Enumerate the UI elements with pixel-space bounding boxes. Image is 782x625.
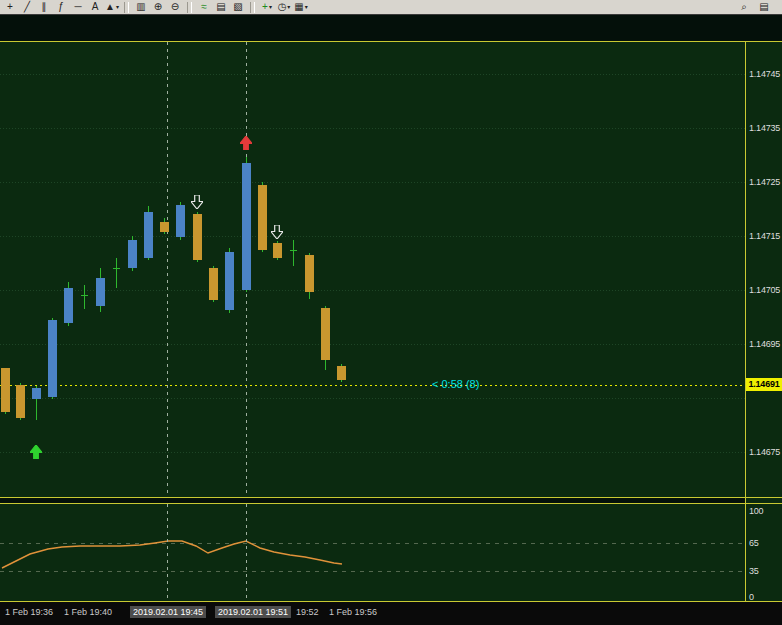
doji-tick — [113, 268, 120, 269]
current-price-line — [0, 385, 745, 386]
price-gridline — [0, 74, 745, 75]
time-label: 19:52 — [296, 607, 319, 617]
white-down-arrow-1-icon — [191, 195, 203, 209]
price-label: 1.14715 — [749, 231, 780, 241]
candle-body — [144, 212, 153, 258]
toolbar-separator — [250, 2, 255, 13]
timer-icon[interactable]: ◷▾ — [276, 1, 292, 14]
toolbar-separator — [187, 2, 192, 13]
zoom-in-icon[interactable]: ⊕ — [150, 1, 166, 14]
price-label: 1.14735 — [749, 123, 780, 133]
channel-icon[interactable]: ∥ — [36, 1, 52, 14]
chart-canvas[interactable]: < 0:58 (8) — [0, 42, 745, 497]
chevron-down-icon: ▾ — [269, 4, 272, 10]
candle-body — [160, 222, 169, 232]
time-label: 1 Feb 19:36 — [5, 607, 53, 617]
trading-terminal-window: +╱∥ƒ─A▲▾▥⊕⊖≈▤▧+▾◷▾▦▾ ⌕▤ < 0:58 (8) 1.146… — [0, 0, 782, 625]
price-gridline — [0, 398, 745, 399]
chevron-down-icon: ▾ — [287, 4, 290, 10]
zoom-out-icon[interactable]: ⊖ — [167, 1, 183, 14]
toolbar-separator — [124, 2, 129, 13]
candle-body — [96, 278, 105, 306]
candle-body — [64, 288, 73, 323]
indicator-scale-label: 100 — [749, 506, 763, 516]
search-icon[interactable]: ⌕ — [736, 1, 752, 14]
doji-tick — [290, 250, 297, 251]
price-axis[interactable]: 1.14691 1.147451.147351.147251.147151.14… — [746, 41, 782, 602]
candle-wick — [116, 258, 117, 288]
price-label: 1.14725 — [749, 177, 780, 187]
candle-body — [258, 185, 267, 250]
templates-icon[interactable]: ▧ — [230, 1, 246, 14]
chart-shift-icon[interactable]: ▥ — [133, 1, 149, 14]
price-label: 1.14705 — [749, 285, 780, 295]
time-axis[interactable]: 1 Feb 19:361 Feb 19:402019.02.01 19:4520… — [0, 602, 782, 625]
crosshair-icon[interactable]: + — [2, 1, 18, 14]
indicator-scale-label: 65 — [749, 538, 759, 548]
horizontal-line-icon[interactable]: ─ — [70, 1, 86, 14]
candle-body — [32, 388, 41, 399]
white-down-arrow-2-icon — [271, 225, 283, 239]
green-up-arrow-icon — [30, 445, 42, 459]
doji-tick — [81, 295, 88, 296]
toolbar-left: +╱∥ƒ─A▲▾▥⊕⊖≈▤▧+▾◷▾▦▾ — [2, 1, 309, 14]
candle-body — [176, 205, 185, 237]
candle-body — [193, 214, 202, 260]
indicator-top-border[interactable] — [0, 503, 782, 504]
price-gridline — [0, 290, 745, 291]
candle-body — [321, 308, 330, 360]
candle-countdown: < 0:58 (8) — [432, 378, 479, 390]
price-gridline — [0, 182, 745, 183]
candle-body — [242, 163, 251, 290]
calendar-icon[interactable]: ▤ — [756, 1, 772, 14]
candle-body — [209, 268, 218, 300]
indicator-scale-label: 35 — [749, 566, 759, 576]
candle-wick — [293, 240, 294, 266]
chart-style-icon[interactable]: ▦▾ — [293, 1, 309, 14]
add-indicator-icon[interactable]: +▾ — [259, 1, 275, 14]
red-up-arrow-icon — [240, 136, 252, 150]
price-label: 1.14695 — [749, 339, 780, 349]
time-label: 2019.02.01 19:51 — [215, 606, 291, 618]
chevron-down-icon: ▾ — [305, 4, 308, 10]
price-gridline — [0, 344, 745, 345]
timeframes-icon[interactable]: ▤ — [213, 1, 229, 14]
oscillator-line — [0, 504, 745, 601]
price-gridline — [0, 236, 745, 237]
current-price-badge: 1.14691 — [746, 378, 782, 391]
price-gridline — [0, 452, 745, 453]
text-label-icon[interactable]: A — [87, 1, 103, 14]
period-separator — [167, 42, 168, 497]
price-label: 1.14745 — [749, 69, 780, 79]
arrow-objects-icon[interactable]: ▲▾ — [104, 1, 120, 14]
price-label: 1.14675 — [749, 447, 780, 457]
candle-body — [16, 385, 25, 418]
candle-body — [128, 240, 137, 268]
toolbar: +╱∥ƒ─A▲▾▥⊕⊖≈▤▧+▾◷▾▦▾ ⌕▤ — [0, 0, 782, 15]
candle-body — [273, 243, 282, 258]
chart-bottom-border[interactable] — [0, 497, 782, 498]
candle-body — [1, 368, 10, 412]
axis-left-border — [745, 41, 746, 602]
candle-body — [48, 320, 57, 397]
trendline-icon[interactable]: ╱ — [19, 1, 35, 14]
indicator-panel[interactable] — [0, 504, 745, 601]
time-label: 1 Feb 19:40 — [64, 607, 112, 617]
indicator-bottom-border — [0, 601, 782, 602]
toolbar-right: ⌕▤ — [736, 1, 780, 14]
time-label: 1 Feb 19:56 — [329, 607, 377, 617]
chart-top-border — [0, 41, 782, 42]
fibonacci-icon[interactable]: ƒ — [53, 1, 69, 14]
window-background — [0, 16, 782, 41]
candle-wick — [84, 285, 85, 309]
period-separator — [246, 504, 247, 601]
candle-body — [225, 252, 234, 310]
chevron-down-icon: ▾ — [116, 4, 119, 10]
candle-body — [337, 366, 346, 380]
candle-body — [305, 255, 314, 292]
indicators-icon[interactable]: ≈ — [196, 1, 212, 14]
price-gridline — [0, 128, 745, 129]
period-separator — [167, 504, 168, 601]
time-label: 2019.02.01 19:45 — [130, 606, 206, 618]
